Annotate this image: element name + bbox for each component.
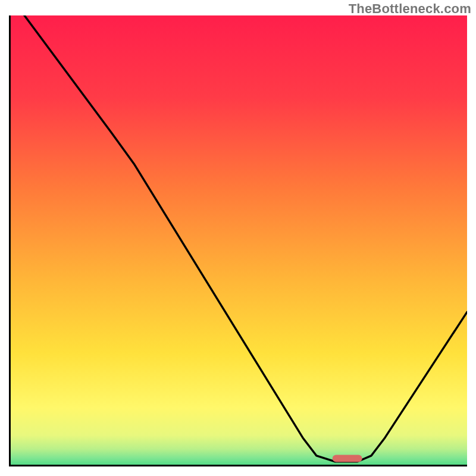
- watermark-text: TheBottleneck.com: [349, 1, 471, 17]
- optimal-marker: [333, 455, 362, 462]
- bottleneck-curve-path: [24, 15, 467, 462]
- chart-container: TheBottleneck.com: [0, 0, 476, 476]
- curve-layer: [11, 15, 467, 465]
- plot-area: [9, 15, 467, 466]
